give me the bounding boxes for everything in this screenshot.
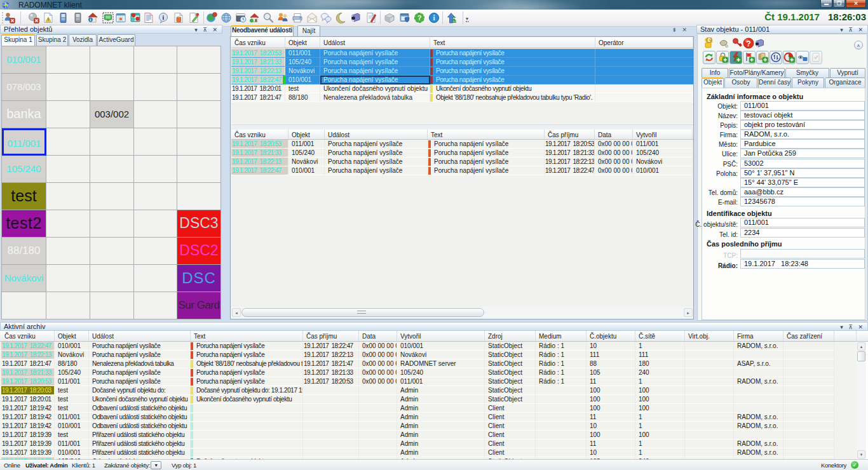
svg-text:?: ? xyxy=(417,14,422,22)
svg-text:?: ? xyxy=(746,39,750,48)
svg-text:i: i xyxy=(163,14,165,21)
svg-text:i: i xyxy=(90,17,92,22)
